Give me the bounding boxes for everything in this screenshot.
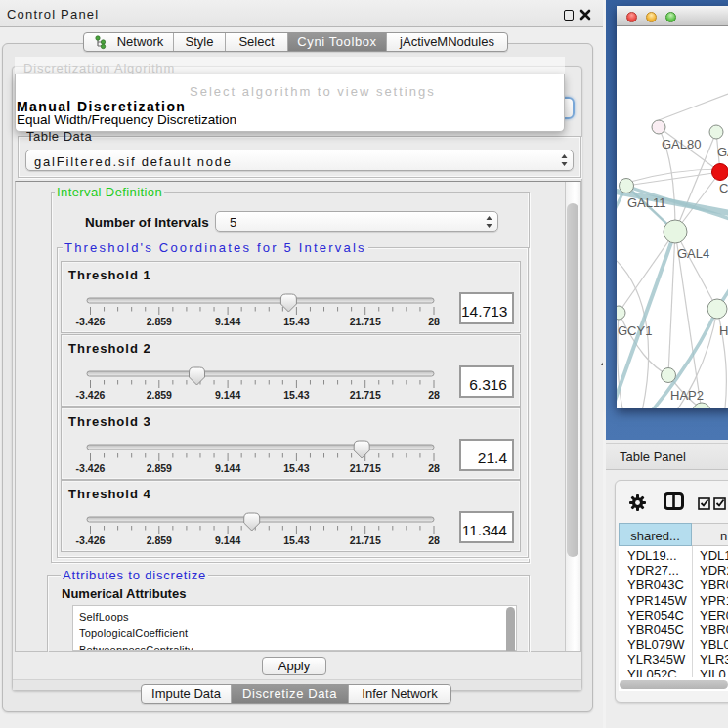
svg-text:15.43: 15.43	[283, 462, 309, 474]
svg-text:21.715: 21.715	[350, 535, 381, 546]
svg-text:2.859: 2.859	[147, 389, 172, 401]
svg-text:C: C	[719, 181, 728, 195]
svg-text:HAP2: HAP2	[670, 388, 704, 403]
svg-text:GAL80: GAL80	[662, 137, 701, 151]
svg-text:2.859: 2.859	[147, 535, 172, 546]
svg-text:GAL4: GAL4	[677, 246, 709, 261]
svg-text:28: 28	[428, 535, 440, 546]
svg-text:21.715: 21.715	[350, 389, 381, 401]
svg-text:9.144: 9.144	[215, 535, 240, 546]
svg-text:9.144: 9.144	[215, 462, 240, 474]
svg-text:15.43: 15.43	[283, 316, 309, 327]
svg-text:H: H	[719, 323, 728, 338]
svg-text:9.144: 9.144	[215, 316, 240, 327]
svg-text:GCY1: GCY1	[618, 323, 652, 338]
svg-text:GA: GA	[717, 145, 728, 159]
svg-text:9.144: 9.144	[215, 389, 240, 401]
svg-text:21.715: 21.715	[350, 316, 381, 327]
svg-text:2.859: 2.859	[147, 462, 172, 474]
svg-text:15.43: 15.43	[283, 535, 309, 546]
svg-text:2.859: 2.859	[147, 316, 172, 327]
svg-text:GAL11: GAL11	[627, 195, 666, 210]
svg-text:28: 28	[428, 462, 440, 474]
svg-text:15.43: 15.43	[283, 389, 309, 401]
svg-text:-3.426: -3.426	[76, 316, 106, 327]
svg-text:-3.426: -3.426	[76, 389, 106, 401]
svg-text:28: 28	[428, 316, 440, 327]
svg-text:28: 28	[428, 389, 440, 401]
svg-text:-3.426: -3.426	[76, 535, 106, 546]
svg-text:-3.426: -3.426	[76, 462, 106, 474]
svg-text:21.715: 21.715	[350, 462, 381, 474]
